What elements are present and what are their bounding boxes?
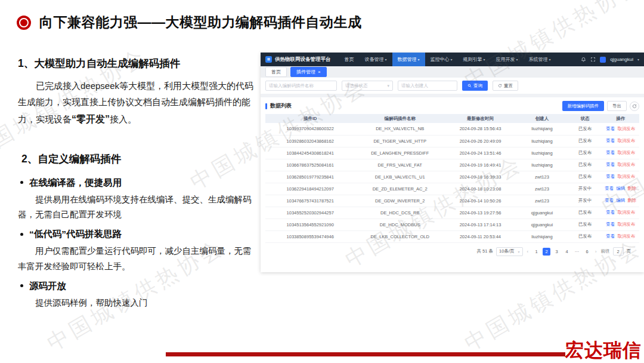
- action-link[interactable]: 删除: [627, 186, 636, 191]
- cell-actions: 查看取消发布: [602, 219, 639, 230]
- cell-name: DE_TIGER_VALVE_HTTP: [355, 135, 444, 147]
- cell-actions: 查看取消发布: [602, 135, 639, 147]
- nav-menu-item[interactable]: 首页: [339, 53, 360, 66]
- column-header: 最新修改时间: [445, 114, 516, 123]
- page-number[interactable]: 2: [543, 248, 550, 256]
- cell-creator: liuzhiqiang: [516, 230, 568, 242]
- nav-menu-label: 首页: [345, 56, 354, 63]
- action-link[interactable]: 取消发布: [617, 126, 635, 131]
- action-link[interactable]: 查看: [606, 138, 615, 143]
- page-tab-bar: 首页插件管理×: [261, 66, 644, 78]
- chevron-down-icon: ▾: [387, 84, 389, 88]
- page-number[interactable]: ···: [573, 248, 581, 256]
- action-link[interactable]: 查看: [606, 210, 615, 215]
- action-link[interactable]: 查看: [606, 126, 615, 131]
- cell-creator: liuzhiqiang: [516, 147, 568, 159]
- column-header: 编解码插件名称: [355, 114, 444, 123]
- page-title: 向下兼容能力强——大模型助力编解码插件自动生成: [39, 13, 362, 32]
- chevron-down-icon: ▾: [516, 57, 518, 61]
- company-logo: 宏达瑞信: [565, 338, 642, 363]
- page-size-select[interactable]: 10条/页 ▾: [496, 247, 522, 256]
- search-button[interactable]: 查询: [462, 81, 488, 91]
- next-page-button[interactable]: ›: [594, 249, 598, 254]
- nav-menu-item[interactable]: 设备管理▾: [360, 53, 392, 66]
- page-tab[interactable]: 插件管理×: [290, 67, 327, 77]
- cell-name: DE_HDC_MODBUS: [355, 219, 444, 230]
- nav-menu-item[interactable]: 规则引擎▾: [458, 53, 491, 66]
- page-number[interactable]: 4: [563, 248, 571, 256]
- cell-time: 2024-09-24 13:51:46: [445, 147, 516, 159]
- reset-button[interactable]: 重置: [493, 81, 518, 91]
- username-label[interactable]: qjguangkui: [610, 57, 633, 62]
- close-icon[interactable]: ×: [318, 70, 321, 75]
- cell-name: DE_HX_VALVECTL_NB: [355, 123, 444, 135]
- nav-menu-label: 设备管理: [365, 56, 384, 63]
- cell-status: 已发布: [568, 219, 602, 230]
- export-button[interactable]: 导出: [607, 101, 627, 111]
- status-select-placeholder: 请选择状态: [345, 83, 368, 89]
- cell-status: 已发布: [568, 123, 602, 135]
- pagination-bar: 共 51 条 10条/页 ▾ ‹ 1234···6 › 前往 页: [265, 247, 639, 256]
- action-link[interactable]: 查看: [605, 186, 614, 191]
- add-plugin-button[interactable]: 新增编解码插件: [562, 101, 605, 111]
- nav-menu-item[interactable]: 数据管理▾: [392, 53, 425, 66]
- prev-page-button[interactable]: ‹: [526, 249, 530, 254]
- creator-input[interactable]: [398, 81, 457, 91]
- action-link[interactable]: 查看: [606, 222, 615, 227]
- total-count-label: 共 51 条: [477, 248, 494, 254]
- chevron-down-icon: ▾: [451, 57, 453, 61]
- table-row: 1034766757431787521DE_GDW_INVERTER_22024…: [265, 195, 639, 207]
- reset-button-label: 重置: [504, 83, 513, 89]
- cell-creator: zwt123: [516, 195, 568, 207]
- nav-menu-item[interactable]: 系统管理▾: [524, 53, 556, 66]
- page-number[interactable]: 3: [553, 248, 561, 256]
- presentation-slide: 向下兼容能力强——大模型助力编解码插件自动生成 1、大模型助力自动生成编解码插件…: [0, 0, 644, 363]
- nav-menu-label: 规则引擎: [463, 56, 482, 63]
- action-link[interactable]: 取消发布: [617, 150, 635, 155]
- bell-icon[interactable]: [581, 57, 586, 62]
- action-link[interactable]: 取消发布: [617, 210, 635, 215]
- goto-page-input[interactable]: [613, 247, 624, 256]
- page-number[interactable]: 1: [532, 248, 540, 256]
- nav-menu-label: 系统管理: [529, 56, 548, 63]
- page-number[interactable]: 6: [583, 248, 591, 256]
- data-list-panel: 数据列表 新增编解码插件 导出 插件ID编解码插件名称最新修改时间创建人状态操作…: [261, 97, 644, 272]
- action-link[interactable]: 查看: [606, 162, 615, 167]
- table-row: 1039286032043868162DE_TIGER_VALVE_HTTP20…: [265, 135, 639, 147]
- action-link[interactable]: 查看: [606, 233, 615, 239]
- cell-id: 1034766757431787521: [265, 195, 355, 207]
- feature-bullet: “低代码”代码拼装思路用户仅需配置少量运行代码即可，减少自主编码量，无需丰富开发…: [18, 226, 259, 274]
- action-link[interactable]: 取消发布: [617, 222, 635, 227]
- action-link[interactable]: 取消发布: [617, 138, 635, 143]
- nav-menu-item[interactable]: 应用开发▾: [491, 53, 524, 66]
- action-link[interactable]: 取消发布: [617, 162, 635, 167]
- status-select[interactable]: 请选择状态 ▾: [342, 81, 393, 91]
- page-tab[interactable]: 首页: [265, 67, 287, 77]
- action-link[interactable]: 取消发布: [617, 233, 635, 239]
- action-link[interactable]: 编辑: [616, 186, 625, 191]
- action-link[interactable]: 查看: [605, 198, 614, 203]
- cell-name: DE_HDC_DCS_RB: [355, 207, 444, 219]
- panel-header: 数据列表 新增编解码插件 导出: [265, 101, 639, 111]
- refresh-button[interactable]: [630, 101, 639, 111]
- plugin-name-input[interactable]: [265, 81, 337, 91]
- bullet-head: “低代码”代码拼装思路: [20, 226, 259, 242]
- action-link[interactable]: 查看: [606, 150, 615, 155]
- cell-creator: zwt123: [516, 171, 568, 183]
- table-row: 1039937090428600322DE_HX_VALVECTL_NB2024…: [265, 123, 639, 135]
- cell-name: DE_LKB_VALVECTL_U1: [355, 171, 444, 183]
- cell-actions: 查看编辑删除: [602, 195, 639, 207]
- action-link[interactable]: 删除: [627, 198, 636, 203]
- fullscreen-icon[interactable]: [590, 57, 596, 62]
- bullet-dot-icon: [20, 284, 23, 287]
- section2-heading: 2、自定义编解码插件: [21, 152, 259, 166]
- table-row: 1036285019779235841DE_LKB_VALVECTL_U1202…: [265, 171, 639, 183]
- user-avatar[interactable]: [600, 57, 606, 63]
- red-bullet-icon: [17, 16, 31, 30]
- nav-menu-item[interactable]: 监控中心▾: [425, 53, 458, 66]
- action-link[interactable]: 取消发布: [617, 174, 635, 179]
- action-link[interactable]: 查看: [606, 174, 615, 179]
- action-link[interactable]: 编辑: [616, 198, 625, 203]
- cell-name: DE_ZD_ELEMETER_AC_2: [355, 183, 444, 195]
- cell-status: 已发布: [568, 159, 602, 171]
